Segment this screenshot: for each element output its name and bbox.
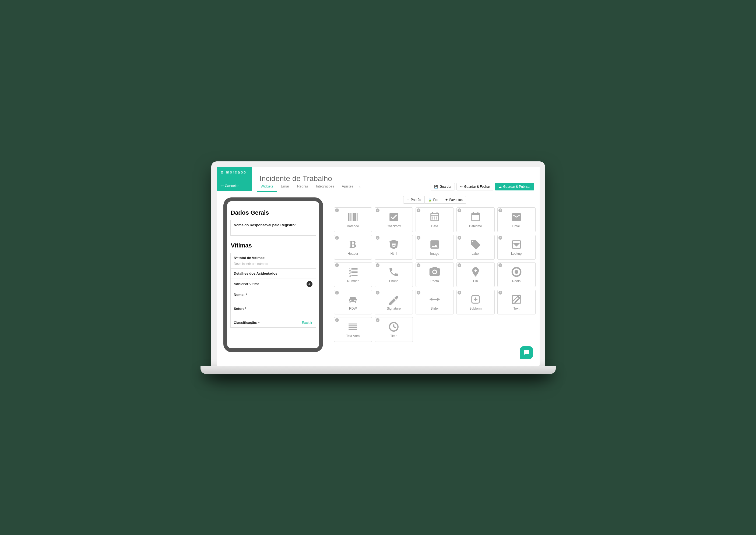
rdw-icon xyxy=(347,294,359,305)
widget-header[interactable]: iBHeader xyxy=(334,235,372,260)
page-title: Incidente de Trabalho xyxy=(252,167,539,183)
radio-icon xyxy=(511,266,522,278)
cloud-icon: ☁ xyxy=(498,185,502,188)
widget-label[interactable]: iLabel xyxy=(456,235,495,260)
tabs-scroll-left-icon[interactable]: ‹ xyxy=(357,182,363,192)
phone-icon xyxy=(388,266,399,278)
info-icon[interactable]: i xyxy=(457,263,461,267)
info-icon[interactable]: i xyxy=(417,236,421,239)
info-icon[interactable]: i xyxy=(335,318,339,322)
save-publish-button[interactable]: ☁Guardar & Publicar xyxy=(495,183,534,190)
tab-settings[interactable]: Ajustes xyxy=(338,182,357,192)
widget-label: Time xyxy=(390,334,397,338)
info-icon[interactable]: i xyxy=(335,236,339,239)
tab-rules[interactable]: Regras xyxy=(293,182,312,192)
info-icon[interactable]: i xyxy=(417,209,421,212)
widget-subform[interactable]: iSubform xyxy=(456,290,495,314)
widget-radio[interactable]: iRadio xyxy=(497,262,536,287)
info-icon[interactable]: i xyxy=(457,236,461,239)
chat-button[interactable] xyxy=(520,346,533,359)
svg-rect-4 xyxy=(352,268,358,269)
widget-label: Subform xyxy=(469,307,481,310)
widget-number[interactable]: i123Number xyxy=(334,262,372,287)
svg-text:3: 3 xyxy=(349,274,351,278)
form-field: Detalhes dos Acidentados xyxy=(230,269,316,278)
info-icon[interactable]: i xyxy=(376,318,379,322)
info-icon[interactable]: i xyxy=(498,209,502,212)
info-icon[interactable]: i xyxy=(376,236,379,239)
text-icon xyxy=(511,294,522,305)
info-icon[interactable]: i xyxy=(417,291,421,295)
tab-email[interactable]: Email xyxy=(277,182,293,192)
photo-icon xyxy=(429,266,440,278)
info-icon[interactable]: i xyxy=(498,291,502,295)
widget-label: Label xyxy=(472,252,479,256)
label-icon xyxy=(470,239,481,250)
delete-link[interactable]: Excluir xyxy=(302,321,312,325)
form-field[interactable]: Nome: * xyxy=(230,290,316,304)
brand-panel: ✿moreapp 🡐 Cancelar xyxy=(217,167,252,191)
form-field[interactable]: Nº total de Vítimas: Deve inserir um núm… xyxy=(230,253,316,269)
widget-checkbox[interactable]: iCheckbox xyxy=(375,208,413,232)
form-field[interactable]: Setor: * xyxy=(230,304,316,318)
widget-datetime[interactable]: iDatetime xyxy=(456,208,495,232)
info-icon[interactable]: i xyxy=(376,291,379,295)
category-favorites[interactable]: ★Favoritos xyxy=(442,196,466,204)
widget-html[interactable]: iHtml xyxy=(375,235,413,260)
add-victim-button[interactable]: Adicionar Vítima + xyxy=(230,278,316,290)
tab-widgets[interactable]: Widgets xyxy=(257,182,277,192)
star-icon: ★ xyxy=(445,198,448,202)
widget-signature[interactable]: iSignature xyxy=(375,290,413,314)
widget-label: Number xyxy=(347,279,359,283)
widget-date[interactable]: iDate xyxy=(416,208,454,232)
image-icon xyxy=(429,239,440,250)
widget-slider[interactable]: iSlider xyxy=(416,290,454,314)
widget-lookup[interactable]: iLookup xyxy=(497,235,536,260)
email-icon xyxy=(511,211,522,223)
barcode-icon xyxy=(347,211,359,223)
info-icon[interactable]: i xyxy=(335,209,339,212)
widget-label: Phone xyxy=(389,279,398,283)
widget-textarea[interactable]: iText Area xyxy=(334,317,372,342)
svg-rect-14 xyxy=(349,329,358,330)
html-icon xyxy=(388,239,399,250)
widget-time[interactable]: iTime xyxy=(375,317,413,342)
widget-text[interactable]: iText xyxy=(497,290,536,314)
info-icon[interactable]: i xyxy=(376,209,379,212)
form-field[interactable]: Nome do Responsável pelo Registro: xyxy=(230,220,316,236)
widget-photo[interactable]: iPhoto xyxy=(416,262,454,287)
widget-label: RDW xyxy=(349,307,357,310)
header-icon: B xyxy=(347,239,359,250)
widget-phone[interactable]: iPhone xyxy=(375,262,413,287)
datetime-icon xyxy=(470,211,481,223)
info-icon[interactable]: i xyxy=(457,209,461,212)
info-icon[interactable]: i xyxy=(457,291,461,295)
widget-pin[interactable]: iPin xyxy=(456,262,495,287)
widget-rdw[interactable]: iRDW xyxy=(334,290,372,314)
info-icon[interactable]: i xyxy=(498,236,502,239)
save-button[interactable]: 💾Guardar xyxy=(431,183,455,190)
info-icon[interactable]: i xyxy=(335,263,339,267)
form-field[interactable]: Classificação: * Excluir xyxy=(230,318,316,327)
info-icon[interactable]: i xyxy=(417,263,421,267)
widget-label: Radio xyxy=(512,279,520,283)
widget-email[interactable]: iEmail xyxy=(497,208,536,232)
date-icon xyxy=(429,211,440,223)
cancel-button[interactable]: 🡐 Cancelar xyxy=(220,184,239,188)
save-close-button[interactable]: ↪Guardar & Fechar xyxy=(456,183,493,190)
category-default[interactable]: ⊞Padrão xyxy=(403,196,425,204)
widget-label: Text Area xyxy=(346,334,360,338)
info-icon[interactable]: i xyxy=(376,263,379,267)
svg-rect-5 xyxy=(352,271,358,273)
editor-tabs: Widgets Email Regras Integrações Ajustes… xyxy=(257,182,363,192)
save-icon: 💾 xyxy=(434,185,438,188)
category-pro[interactable]: 🍃Pro xyxy=(425,196,442,204)
widget-barcode[interactable]: iBarcode xyxy=(334,208,372,232)
info-icon[interactable]: i xyxy=(335,291,339,295)
widget-image[interactable]: iImage xyxy=(416,235,454,260)
info-icon[interactable]: i xyxy=(498,263,502,267)
svg-rect-6 xyxy=(352,275,358,276)
widget-label: Email xyxy=(512,224,520,228)
tab-integrations[interactable]: Integrações xyxy=(312,182,338,192)
widget-label: Image xyxy=(430,252,439,256)
